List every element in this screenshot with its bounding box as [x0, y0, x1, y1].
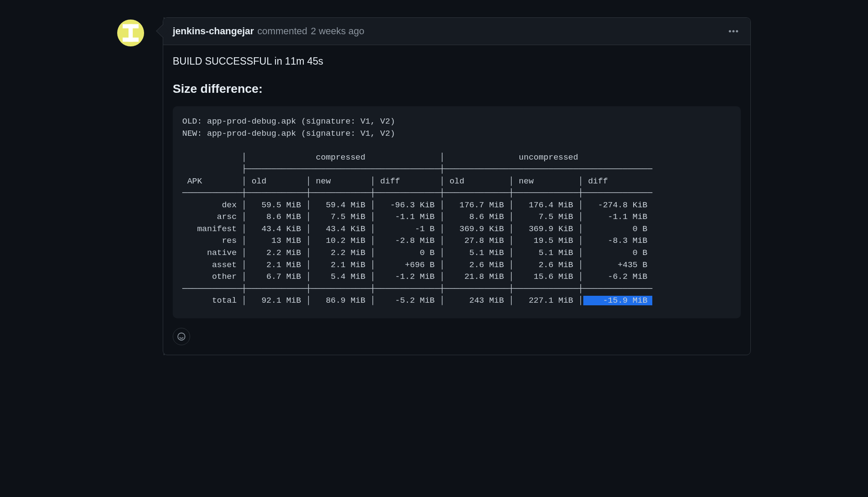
- comment-actions-menu[interactable]: [726, 24, 741, 39]
- svg-rect-3: [123, 38, 139, 42]
- svg-point-8: [180, 335, 181, 336]
- size-diff-code-block: OLD: app-prod-debug.apk (signature: V1, …: [173, 106, 741, 318]
- add-reaction-button[interactable]: [173, 328, 190, 345]
- smiley-icon: [177, 332, 186, 341]
- author-avatar[interactable]: [117, 20, 144, 46]
- svg-point-7: [178, 333, 185, 340]
- comment-header: jenkins-changejar commented 2 weeks ago: [163, 18, 750, 45]
- svg-point-6: [736, 30, 738, 32]
- size-heading: Size difference:: [173, 82, 741, 96]
- svg-point-9: [182, 335, 183, 336]
- comment-verb: commented: [257, 26, 307, 37]
- comment-timestamp[interactable]: 2 weeks ago: [311, 26, 365, 37]
- avatar-icon: [118, 20, 144, 46]
- svg-point-4: [729, 30, 731, 32]
- build-status-line: BUILD SUCCESSFUL in 11m 45s: [173, 56, 741, 67]
- comment-footer: [163, 323, 750, 355]
- comment-box: jenkins-changejar commented 2 weeks ago …: [163, 17, 751, 355]
- author-link[interactable]: jenkins-changejar: [173, 26, 254, 37]
- comment-body: BUILD SUCCESSFUL in 11m 45s Size differe…: [163, 45, 750, 323]
- svg-point-5: [732, 30, 734, 32]
- kebab-icon: [728, 26, 739, 37]
